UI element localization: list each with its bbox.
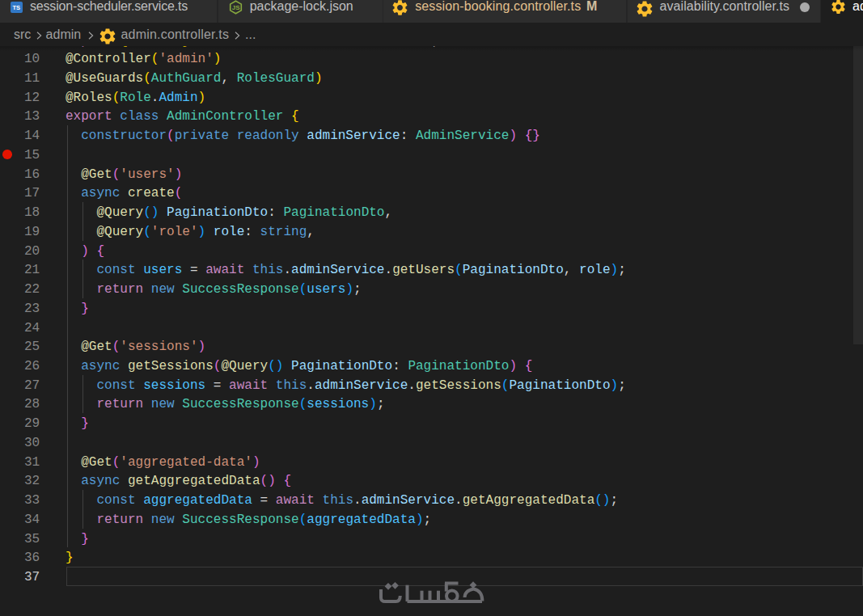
svg-text:JS: JS xyxy=(231,3,239,11)
